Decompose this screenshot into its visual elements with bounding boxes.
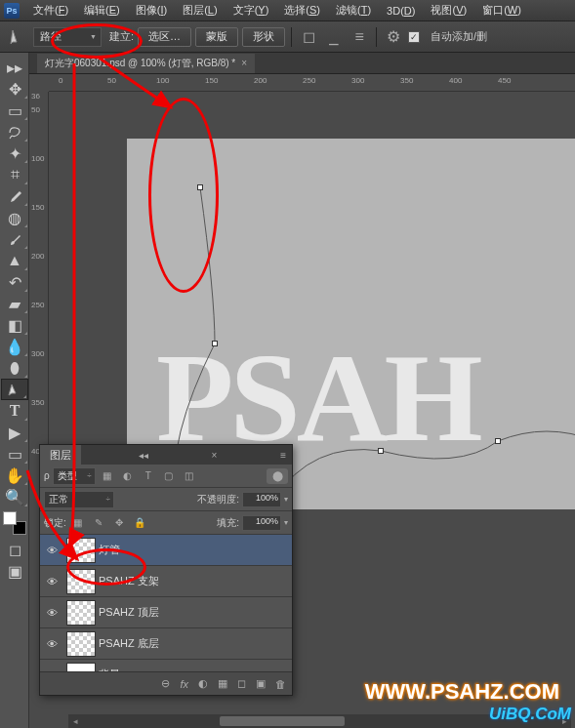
- menu-edit[interactable]: 编辑(E): [76, 1, 128, 20]
- app-logo: Ps: [4, 3, 20, 19]
- tab-title: 灯光字060301.psd @ 100% (灯管, RGB/8) *: [45, 57, 235, 70]
- layer-thumbnail[interactable]: [66, 600, 96, 626]
- filter-shape-icon[interactable]: ▢: [160, 468, 178, 484]
- current-tool-icon[interactable]: [6, 25, 29, 49]
- stamp-tool[interactable]: ▲: [1, 250, 28, 271]
- gradient-tool[interactable]: ◧: [1, 314, 28, 336]
- path-mode-dropdown[interactable]: 路径: [33, 27, 102, 47]
- document-tab[interactable]: 灯光字060301.psd @ 100% (灯管, RGB/8) * ×: [37, 54, 255, 73]
- zoom-tool[interactable]: 🔍: [1, 486, 28, 507]
- link-icon[interactable]: ⊖: [161, 677, 170, 690]
- dodge-tool[interactable]: ⬮: [1, 357, 28, 379]
- filter-kind-dropdown[interactable]: 类型: [53, 467, 96, 485]
- menu-type[interactable]: 文字(Y): [226, 1, 277, 20]
- menu-layer[interactable]: 图层(L): [175, 1, 225, 20]
- menu-window[interactable]: 窗口(W): [474, 1, 529, 20]
- filter-toggle[interactable]: ⬤: [267, 468, 288, 484]
- selection-button[interactable]: 选区…: [138, 27, 191, 47]
- layer-thumbnail[interactable]: [66, 538, 96, 563]
- blend-mode-dropdown[interactable]: 正常: [44, 491, 114, 508]
- blur-tool[interactable]: 💧: [1, 336, 28, 357]
- mask-button[interactable]: 蒙版: [195, 27, 238, 47]
- panel-collapse-icon[interactable]: ◂◂: [133, 450, 154, 461]
- watermark: WWW.PSAHZ.COM: [365, 679, 559, 705]
- menu-3d[interactable]: 3D(D): [379, 3, 423, 19]
- mask-icon[interactable]: ◐: [198, 677, 208, 690]
- path-anchor[interactable]: [212, 341, 218, 346]
- layer-name: 背景: [99, 667, 120, 671]
- visibility-icon[interactable]: 👁: [40, 607, 63, 619]
- eyedropper-tool[interactable]: [1, 185, 28, 207]
- menu-image[interactable]: 图像(I): [128, 1, 175, 20]
- fill-input[interactable]: 100%: [242, 515, 281, 531]
- quickmask-icon[interactable]: ◻: [1, 539, 28, 560]
- layer-row[interactable]: 👁 PSAHZ 支架: [40, 566, 292, 597]
- path-anchor[interactable]: [197, 184, 203, 190]
- visibility-icon[interactable]: 👁: [40, 576, 63, 587]
- scrollbar-thumb[interactable]: [220, 716, 346, 726]
- tool-tabs-icon[interactable]: ▸▸: [1, 57, 28, 78]
- group-icon[interactable]: ◻: [237, 677, 246, 690]
- menu-filter[interactable]: 滤镜(T): [328, 1, 379, 20]
- hand-tool[interactable]: ✋: [1, 465, 28, 486]
- fg-bg-colors[interactable]: [3, 511, 26, 535]
- opacity-input[interactable]: 100%: [242, 492, 281, 507]
- shape-button[interactable]: 形状: [242, 27, 285, 47]
- path-op-icon[interactable]: ◻: [298, 27, 319, 47]
- path-anchor[interactable]: [378, 448, 384, 454]
- pen-tool[interactable]: [1, 379, 28, 400]
- filter-image-icon[interactable]: ▦: [99, 468, 116, 484]
- fill-label: 填充:: [217, 516, 239, 530]
- screenmode-icon[interactable]: ▣: [1, 560, 28, 582]
- brush-tool[interactable]: [1, 228, 28, 250]
- history-brush-tool[interactable]: ↶: [1, 271, 28, 293]
- layer-row[interactable]: 👁 背景: [40, 660, 292, 671]
- layer-row[interactable]: 👁 灯管: [40, 535, 292, 566]
- path-select-tool[interactable]: ▶: [1, 422, 28, 443]
- layers-tab[interactable]: 图层: [40, 445, 81, 465]
- layer-thumbnail[interactable]: [66, 569, 96, 594]
- path-anchor[interactable]: [495, 438, 501, 444]
- align-icon[interactable]: ⎯: [323, 27, 345, 47]
- layer-row[interactable]: 👁 PSAHZ 底层: [40, 628, 292, 660]
- layer-name: PSAHZ 底层: [99, 636, 159, 651]
- heal-tool[interactable]: ◍: [1, 207, 28, 228]
- lasso-tool[interactable]: [1, 121, 28, 142]
- auto-add-checkbox[interactable]: ✓: [408, 31, 420, 43]
- lock-trans-icon[interactable]: ▦: [69, 515, 87, 531]
- layer-row[interactable]: 👁 PSAHZ 顶层: [40, 597, 292, 628]
- scroll-left-icon[interactable]: ◂: [68, 714, 82, 728]
- layer-name: PSAHZ 顶层: [99, 605, 159, 620]
- visibility-icon[interactable]: 👁: [40, 638, 63, 650]
- filter-type-icon[interactable]: T: [140, 468, 157, 484]
- layer-thumbnail[interactable]: [66, 631, 96, 657]
- menu-file[interactable]: 文件(F): [25, 1, 76, 20]
- filter-smart-icon[interactable]: ◫: [181, 468, 198, 484]
- arrange-icon[interactable]: ≡: [349, 27, 370, 47]
- lock-paint-icon[interactable]: ✎: [90, 515, 107, 531]
- fx-icon[interactable]: fx: [180, 678, 188, 690]
- panel-close-icon[interactable]: ×: [206, 450, 224, 461]
- crop-tool[interactable]: ⌗: [1, 164, 28, 185]
- lock-move-icon[interactable]: ✥: [110, 515, 128, 531]
- visibility-icon[interactable]: 👁: [40, 669, 63, 672]
- lock-all-icon[interactable]: 🔒: [131, 515, 148, 531]
- menu-view[interactable]: 视图(V): [423, 1, 474, 20]
- wand-tool[interactable]: ✦: [1, 142, 28, 164]
- close-icon[interactable]: ×: [241, 58, 247, 68]
- filter-adjust-icon[interactable]: ◐: [119, 468, 137, 484]
- new-layer-icon[interactable]: ▣: [256, 677, 266, 690]
- shape-tool[interactable]: ▭: [1, 443, 28, 465]
- gear-icon[interactable]: ⚙: [383, 27, 404, 47]
- visibility-icon[interactable]: 👁: [40, 545, 63, 556]
- trash-icon[interactable]: 🗑: [275, 678, 286, 690]
- document-tabs: 灯光字060301.psd @ 100% (灯管, RGB/8) * ×: [29, 53, 575, 74]
- panel-menu-icon[interactable]: ≡: [274, 450, 292, 461]
- adjustment-icon[interactable]: ▦: [218, 677, 227, 690]
- layer-thumbnail[interactable]: [66, 663, 96, 672]
- move-tool[interactable]: ✥: [1, 78, 28, 100]
- menu-select[interactable]: 选择(S): [276, 1, 328, 20]
- type-tool[interactable]: T: [1, 400, 28, 422]
- eraser-tool[interactable]: ▰: [1, 293, 28, 314]
- marquee-tool[interactable]: ▭: [1, 100, 28, 121]
